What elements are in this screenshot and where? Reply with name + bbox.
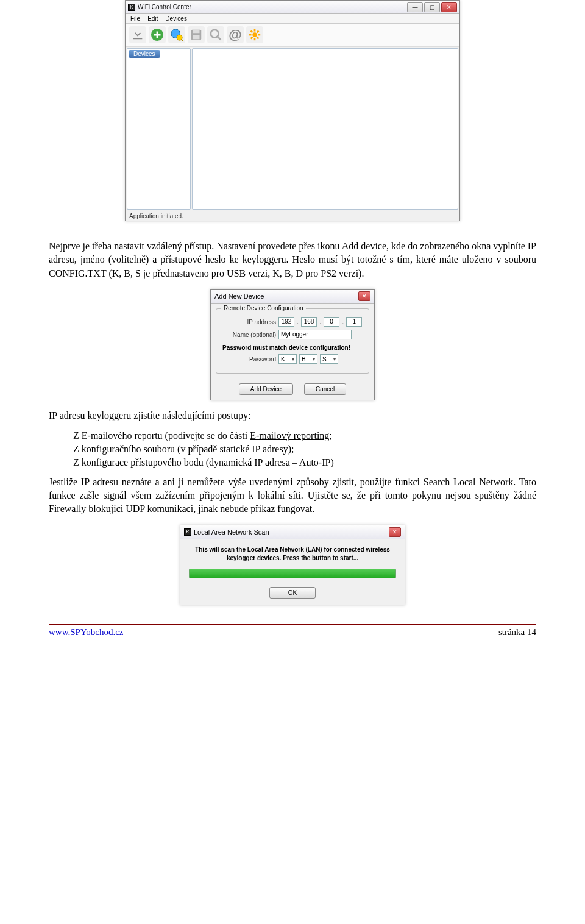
paragraph-1: Nejprve je třeba nastavit vzdálený příst… (49, 240, 536, 280)
close-button[interactable]: ✕ (441, 2, 457, 12)
list-item: Z konfigurace přístupového bodu (dynamic… (73, 457, 536, 468)
ip-octet-1[interactable]: 192 (278, 317, 294, 327)
titlebar: K WiFi Control Center — ▢ ✕ (126, 1, 459, 14)
add-device-icon[interactable] (149, 26, 166, 43)
svg-line-14 (251, 31, 253, 33)
lan-dialog-close-button[interactable]: ✕ (389, 527, 401, 537)
lan-dialog-title: Local Area Network Scan (194, 528, 269, 536)
page-footer: www.SPYobchod.cz stránka 14 (49, 625, 536, 638)
svg-rect-5 (193, 30, 200, 34)
ip-octet-4[interactable]: 1 (346, 317, 362, 327)
ip-octet-3[interactable]: 0 (324, 317, 339, 327)
svg-point-7 (211, 30, 219, 38)
svg-line-17 (257, 31, 259, 33)
app-icon: K (128, 4, 135, 11)
status-bar: Application initiated. (126, 211, 459, 221)
menu-edit[interactable]: Edit (147, 15, 158, 22)
svg-line-3 (181, 39, 183, 41)
list-item: Z konfiguračního souboru (v případě stat… (73, 444, 536, 455)
email-reporting-link: E-mailový reporting; (250, 430, 332, 441)
devices-tab[interactable]: Devices (129, 50, 160, 58)
progress-bar (189, 569, 396, 578)
window-title: WiFi Control Center (138, 4, 191, 10)
content-panel (192, 48, 458, 210)
add-new-device-dialog: Add New Device ✕ Remote Device Configura… (210, 289, 375, 400)
minimize-button[interactable]: — (407, 2, 423, 12)
menubar: File Edit Devices (126, 14, 459, 24)
svg-line-8 (218, 37, 221, 40)
svg-line-16 (251, 37, 253, 39)
paragraph-3: Jestliže IP adresu neznáte a ani ji nemů… (49, 475, 536, 516)
download-icon[interactable] (129, 26, 146, 43)
ok-button[interactable]: OK (269, 587, 316, 599)
app-icon: K (184, 528, 191, 536)
cancel-button[interactable]: Cancel (304, 383, 346, 395)
password-select-1[interactable]: K (278, 354, 297, 364)
toolbar: @ (126, 24, 459, 46)
lan-scan-message: This will scan the Local Area Network (L… (180, 539, 405, 566)
footer-link[interactable]: www.SPYobchod.cz (49, 627, 124, 638)
list-item: Z E-mailového reportu (podívejte se do č… (73, 430, 536, 441)
network-search-icon[interactable] (168, 26, 185, 43)
menu-file[interactable]: File (130, 15, 140, 22)
settings-icon[interactable] (246, 26, 263, 43)
group-label: Remote Device Configuration (221, 305, 306, 311)
name-input[interactable]: MyLogger (278, 330, 352, 339)
password-warning: Password must match device configuration… (222, 344, 363, 351)
menu-devices[interactable]: Devices (165, 15, 187, 22)
lan-scan-dialog: K Local Area Network Scan ✕ This will sc… (180, 525, 405, 605)
save-icon[interactable] (188, 26, 205, 43)
paragraph-2-intro: IP adresu keyloggeru zjistíte následujíc… (49, 409, 536, 422)
methods-list: Z E-mailového reportu (podívejte se do č… (73, 430, 536, 468)
svg-point-9 (252, 32, 257, 37)
dialog-title: Add New Device (214, 293, 264, 300)
name-label: Name (optional) (221, 332, 276, 338)
wifi-control-center-window: K WiFi Control Center — ▢ ✕ File Edit De… (125, 0, 460, 221)
dialog-close-button[interactable]: ✕ (358, 291, 370, 301)
password-select-3[interactable]: S (320, 354, 338, 364)
remote-config-group: Remote Device Configuration IP address 1… (216, 308, 369, 374)
password-select-2[interactable]: B (299, 354, 317, 364)
ip-octet-2[interactable]: 168 (301, 317, 317, 327)
ip-label: IP address (221, 319, 276, 325)
search-icon[interactable] (207, 26, 224, 43)
maximize-button[interactable]: ▢ (424, 2, 440, 12)
password-label: Password (221, 356, 276, 363)
svg-rect-6 (193, 35, 200, 39)
side-panel: Devices (127, 48, 191, 210)
svg-line-15 (257, 37, 259, 39)
email-icon[interactable]: @ (227, 26, 244, 43)
page-number: stránka 14 (498, 627, 536, 638)
add-device-button[interactable]: Add Device (239, 383, 293, 395)
